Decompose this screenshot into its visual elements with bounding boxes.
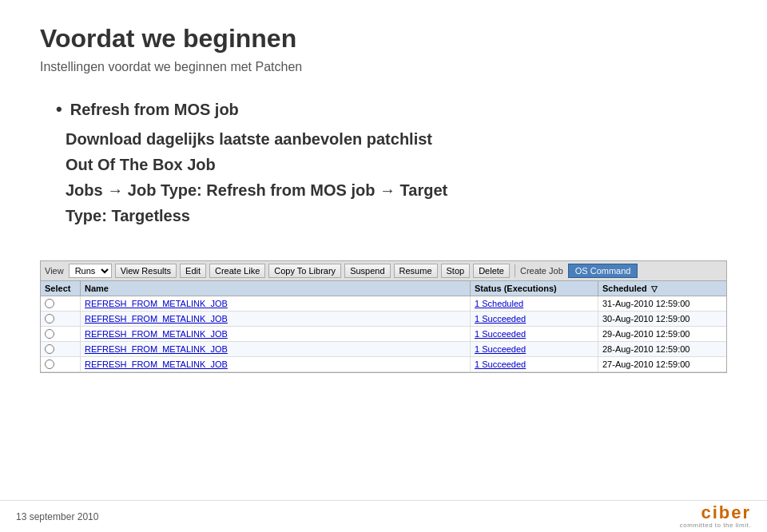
- name-link-5[interactable]: REFRESH_FROM_METALINK_JOB: [85, 359, 228, 369]
- cell-scheduled-5: 27-Aug-2010 12:59:00: [598, 357, 726, 371]
- cell-select-4: [41, 342, 81, 356]
- col-select: Select: [41, 281, 81, 296]
- ciber-brand-text: ciber: [701, 504, 751, 522]
- sub-item-2: Out Of The Box Job: [66, 153, 727, 176]
- status-link-1[interactable]: 1 Scheduled: [475, 299, 523, 308]
- cell-name-4: REFRESH_FROM_METALINK_JOB: [81, 342, 471, 356]
- row-radio-5[interactable]: [45, 359, 54, 369]
- subtitle: Instellingen voordat we beginnen met Pat…: [40, 60, 727, 74]
- view-results-button[interactable]: View Results: [115, 264, 177, 278]
- cell-status-1: 1 Scheduled: [471, 296, 598, 311]
- cell-status-5: 1 Succeeded: [471, 357, 598, 371]
- stop-button[interactable]: Stop: [441, 264, 471, 278]
- row-radio-1[interactable]: [45, 299, 54, 308]
- row-radio-4[interactable]: [45, 344, 54, 354]
- resume-button[interactable]: Resume: [394, 264, 438, 278]
- table-row: REFRESH_FROM_METALINK_JOB 1 Succeeded 28…: [41, 342, 726, 357]
- cell-scheduled-3: 29-Aug-2010 12:59:00: [598, 327, 726, 341]
- col-name: Name: [81, 281, 471, 296]
- view-select[interactable]: Runs: [69, 264, 112, 278]
- cell-status-3: 1 Succeeded: [471, 327, 598, 341]
- cell-select-2: [41, 312, 81, 326]
- cell-select-3: [41, 327, 81, 341]
- sub-item-1: Download dagelijks laatste aanbevolen pa…: [66, 128, 727, 150]
- page-title: Voordat we beginnen: [40, 24, 727, 54]
- status-link-4[interactable]: 1 Succeeded: [475, 344, 526, 354]
- table-row: REFRESH_FROM_METALINK_JOB 1 Scheduled 31…: [41, 296, 726, 312]
- footer-date: 13 september 2010: [16, 511, 98, 522]
- bullet-item: • Refresh from MOS job: [56, 98, 727, 121]
- os-command-button[interactable]: OS Command: [568, 264, 638, 278]
- app-toolbar: View Runs View Results Edit Create Like …: [41, 261, 726, 281]
- col-status-label: Status (Executions): [475, 284, 557, 293]
- cell-name-2: REFRESH_FROM_METALINK_JOB: [81, 312, 471, 326]
- sub-item-3: Jobs → Job Type: Refresh from MOS job → …: [66, 179, 727, 201]
- table-row: REFRESH_FROM_METALINK_JOB 1 Succeeded 27…: [41, 357, 726, 372]
- name-link-3[interactable]: REFRESH_FROM_METALINK_JOB: [85, 329, 228, 339]
- name-link-4[interactable]: REFRESH_FROM_METALINK_JOB: [85, 344, 228, 354]
- sort-icon: ▽: [651, 284, 658, 293]
- row-radio-2[interactable]: [45, 314, 54, 324]
- status-link-3[interactable]: 1 Succeeded: [475, 329, 526, 339]
- copy-to-library-button[interactable]: Copy To Library: [268, 264, 341, 278]
- cell-scheduled-1: 31-Aug-2010 12:59:00: [598, 296, 726, 311]
- col-status: Status (Executions): [471, 281, 598, 296]
- delete-button[interactable]: Delete: [473, 264, 510, 278]
- create-job-label: Create Job: [520, 266, 563, 276]
- toolbar-separator: [515, 264, 515, 277]
- name-link-2[interactable]: REFRESH_FROM_METALINK_JOB: [85, 314, 228, 324]
- name-link-1[interactable]: REFRESH_FROM_METALINK_JOB: [85, 299, 228, 308]
- table-row: REFRESH_FROM_METALINK_JOB 1 Succeeded 30…: [41, 312, 726, 327]
- cell-scheduled-2: 30-Aug-2010 12:59:00: [598, 312, 726, 326]
- sub-item-4: Type: Targetless: [66, 204, 727, 227]
- bullet-text: Refresh from MOS job: [70, 98, 239, 121]
- ciber-tagline: committed to the limit.: [680, 522, 751, 529]
- cell-name-1: REFRESH_FROM_METALINK_JOB: [81, 296, 471, 311]
- app-window: View Runs View Results Edit Create Like …: [40, 260, 727, 373]
- table-row: REFRESH_FROM_METALINK_JOB 1 Succeeded 29…: [41, 327, 726, 342]
- view-label: View: [45, 266, 64, 276]
- edit-button[interactable]: Edit: [180, 264, 206, 278]
- create-like-button[interactable]: Create Like: [209, 264, 265, 278]
- status-link-5[interactable]: 1 Succeeded: [475, 359, 526, 369]
- col-scheduled: Scheduled ▽: [598, 281, 726, 296]
- status-link-2[interactable]: 1 Succeeded: [475, 314, 526, 324]
- col-scheduled-label: Scheduled: [602, 284, 647, 293]
- cell-status-4: 1 Succeeded: [471, 342, 598, 356]
- cell-select-1: [41, 296, 81, 311]
- row-radio-3[interactable]: [45, 329, 54, 339]
- suspend-button[interactable]: Suspend: [344, 264, 390, 278]
- bullet-dot: •: [56, 98, 62, 121]
- footer: 13 september 2010 ciber committed to the…: [0, 500, 767, 532]
- bullet-section: • Refresh from MOS job: [56, 98, 727, 121]
- cell-name-5: REFRESH_FROM_METALINK_JOB: [81, 357, 471, 371]
- cell-name-3: REFRESH_FROM_METALINK_JOB: [81, 327, 471, 341]
- table-header: Select Name Status (Executions) Schedule…: [41, 281, 726, 296]
- main-content: Voordat we beginnen Instellingen voordat…: [0, 0, 767, 246]
- cell-select-5: [41, 357, 81, 371]
- cell-status-2: 1 Succeeded: [471, 312, 598, 326]
- cell-scheduled-4: 28-Aug-2010 12:59:00: [598, 342, 726, 356]
- ciber-logo: ciber committed to the limit.: [680, 504, 751, 529]
